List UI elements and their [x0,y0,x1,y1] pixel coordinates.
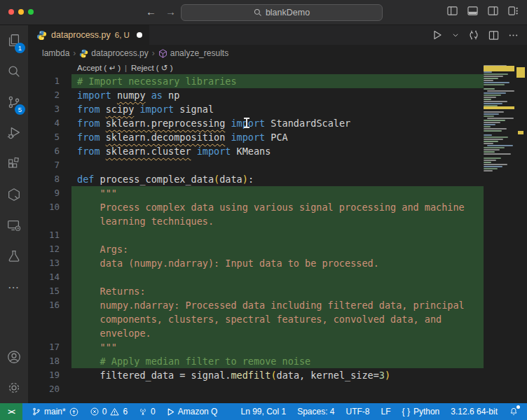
cursor-position-status[interactable]: Ln 99, Col 1 [240,407,286,416]
accounts-button[interactable] [0,342,28,372]
python-interpreter-status[interactable]: 3.12.6 64-bit [451,407,498,416]
accept-suggestion-button[interactable]: Accept ( ↵ ) [77,63,121,73]
code-line[interactable]: 6from sklearn.cluster import KMeans [28,144,484,158]
sidebar-item-extensions[interactable] [0,148,28,179]
code-line[interactable]: 9 """ [28,186,484,200]
minimize-window-button[interactable] [18,9,24,15]
mouse-text-cursor [246,118,247,128]
code-line[interactable]: 2import numpy as np [28,88,484,102]
code-lines: 1# Import necessary libraries2import num… [28,74,484,396]
forwarded-ports-status[interactable]: 0 [138,407,156,416]
code-line[interactable]: 17 """ [28,340,484,354]
more-actions-button[interactable] [508,30,519,41]
line-number: 18 [28,354,71,368]
amazon-q-status[interactable]: Amazon Q [166,407,218,416]
encoding-status[interactable]: UTF-8 [346,407,370,416]
braces-icon: { } [402,407,410,416]
code-line[interactable]: 3from scipy import signal [28,102,484,116]
remote-explorer-icon [6,218,22,233]
problems-status[interactable]: 0 6 [90,407,128,417]
additional-views-button[interactable]: ⋯ [0,272,28,302]
line-number: 19 [28,368,71,382]
minimap-texture [484,63,514,172]
toggle-sidebar-left-icon[interactable] [447,6,458,16]
line-content: # Apply median filter to remove noise [71,354,484,368]
breadcrumb-symbol[interactable]: analyze_results [158,48,228,58]
sidebar-item-run-debug[interactable] [0,118,28,148]
split-editor-icon [488,30,499,41]
unsaved-changes-dot[interactable] [137,32,142,38]
breadcrumb-folder[interactable]: lambda [42,48,69,58]
run-dropdown-button[interactable] [452,31,459,38]
minimap-highlight [484,106,514,109]
code-line[interactable]: 11 [28,228,484,242]
code-line[interactable]: 20 [28,382,484,396]
split-editor-button[interactable] [488,30,499,41]
search-value: blankDemo [266,8,310,18]
zoom-window-button[interactable] [28,9,34,15]
code-line[interactable]: 5from sklearn.decomposition import PCA [28,130,484,144]
open-changes-button[interactable] [468,29,479,41]
line-content: from sklearn.cluster import KMeans [71,144,484,158]
code-line[interactable]: 15 Returns: [28,284,484,298]
code-line[interactable]: 13 data (numpy.ndarray): Input data to b… [28,256,484,270]
sidebar-item-testing[interactable] [0,241,28,272]
code-line[interactable]: 18 # Apply median filter to remove noise [28,354,484,368]
warning-icon [109,407,120,417]
run-python-file-button[interactable] [432,29,443,41]
python-icon [79,49,88,58]
code-line[interactable]: 4from sklearn.preprocessing import Stand… [28,116,484,130]
code-line[interactable]: 10 Process complex data using various si… [28,200,484,214]
code-line[interactable]: 12 Args: [28,242,484,256]
code-line[interactable]: 8def process_complex_data(data): [28,172,484,186]
code-line[interactable]: components, clusters, spectral features,… [28,312,484,326]
code-line[interactable]: 19 filtered_data = signal.medfilt(data, … [28,368,484,382]
sidebar-item-search[interactable] [0,56,28,87]
navigate-forward-icon[interactable]: → [165,6,176,18]
customize-layout-icon[interactable] [508,6,519,16]
line-content: """ [71,340,484,354]
symbol-namespace-icon [158,49,167,58]
code-editor[interactable]: Accept ( ↵ ) | Reject ( ↺ ) 1# Import ne… [28,62,527,403]
breadcrumb-file[interactable]: dataprocess.py [79,48,148,58]
line-number: 8 [28,172,71,186]
remote-indicator[interactable]: >< [0,403,22,420]
indentation-status[interactable]: Spaces: 4 [297,407,334,416]
open-changes-icon [468,29,479,41]
publish-changes-icon [69,407,79,417]
ellipsis-icon [508,30,519,41]
reject-suggestion-button[interactable]: Reject ( ↺ ) [131,63,172,73]
minimap[interactable] [484,63,514,287]
line-content: envelope. [71,326,484,340]
settings-button[interactable] [0,372,28,403]
code-line[interactable]: learning techniques. [28,214,484,228]
toggle-panel-icon[interactable] [467,6,478,16]
sidebar-item-source-control[interactable]: 5 [0,87,28,118]
sidebar-item-amazon-q[interactable] [0,179,28,210]
line-content: from sklearn.decomposition import PCA [71,130,484,144]
command-center-search[interactable]: blankDemo [181,4,383,21]
close-window-button[interactable] [8,9,14,15]
code-line[interactable]: 16 numpy.ndarray: Processed data includi… [28,298,484,312]
eol-status[interactable]: LF [381,407,391,416]
beaker-icon [6,248,22,264]
code-line[interactable]: 14 [28,270,484,284]
line-number: 20 [28,382,71,396]
code-line[interactable]: 7 [28,158,484,172]
notifications-button[interactable] [509,407,519,416]
code-line[interactable]: envelope. [28,326,484,340]
overview-ruler-marker [518,131,523,134]
overview-ruler[interactable] [514,62,527,403]
error-icon [90,407,100,416]
tab-dataprocess-py[interactable]: dataprocess.py 6, U [28,25,149,45]
chevron-down-icon [452,31,459,38]
overview-ruler-marker [516,67,525,78]
git-branch-status[interactable]: main* [32,407,79,417]
toggle-sidebar-right-icon[interactable] [488,6,498,16]
navigate-back-icon[interactable]: ← [146,6,156,18]
sidebar-item-explorer[interactable]: 1 [0,25,28,56]
sidebar-item-remote-explorer[interactable] [0,210,28,241]
language-mode-status[interactable]: { } Python [402,407,440,416]
code-line[interactable]: 1# Import necessary libraries [28,74,484,88]
editor-region: dataprocess.py 6, U [28,25,527,403]
